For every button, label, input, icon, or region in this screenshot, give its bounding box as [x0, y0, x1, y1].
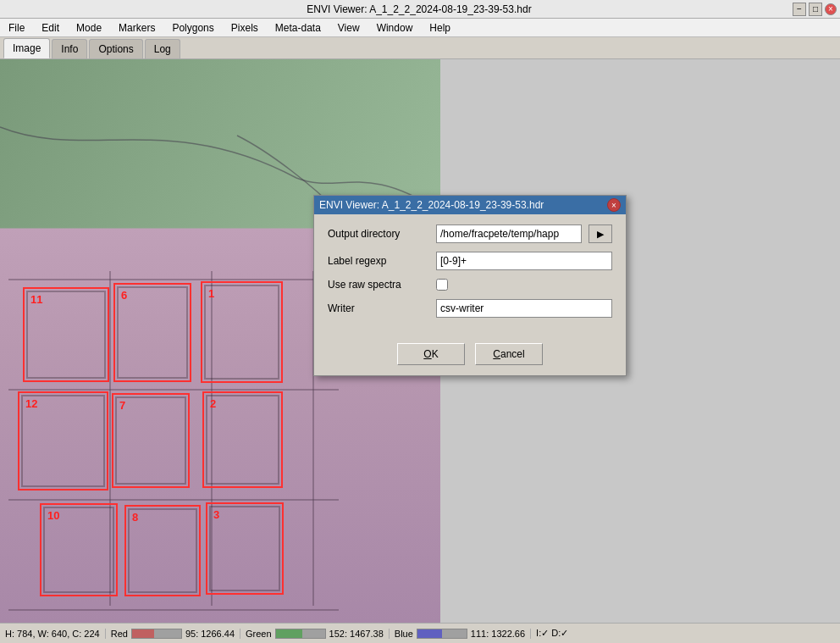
dialog-close-button[interactable]: × — [607, 198, 621, 212]
dialog-body: Output directory ▶ Label regexp Use raw … — [314, 214, 626, 336]
label-regexp-label: Label regexp — [328, 255, 429, 267]
use-raw-spectra-checkbox[interactable] — [436, 279, 448, 291]
output-dir-row: Output directory ▶ — [328, 224, 612, 243]
writer-row: Writer — [328, 299, 612, 318]
dialog-overlay: ENVI Viewer: A_1_2_2_2024-08-19_23-39-53… — [0, 0, 840, 643]
ok-button[interactable]: OK — [397, 343, 465, 365]
writer-input[interactable] — [436, 299, 612, 318]
label-regexp-input[interactable] — [436, 252, 612, 270]
dialog-title-text: ENVI Viewer: A_1_2_2_2024-08-19_23-39-53… — [319, 199, 544, 211]
cancel-button[interactable]: Cancel — [475, 343, 543, 365]
writer-label: Writer — [328, 302, 429, 314]
use-raw-spectra-label: Use raw spectra — [328, 279, 429, 291]
ok-label: OK — [423, 348, 438, 360]
dialog-title: ENVI Viewer: A_1_2_2_2024-08-19_23-39-53… — [314, 196, 626, 214]
use-raw-spectra-row: Use raw spectra — [328, 279, 612, 291]
dialog: ENVI Viewer: A_1_2_2_2024-08-19_23-39-53… — [313, 195, 627, 376]
output-dir-input[interactable] — [436, 224, 582, 243]
output-dir-label: Output directory — [328, 228, 429, 240]
label-regexp-row: Label regexp — [328, 252, 612, 270]
browse-button[interactable]: ▶ — [589, 224, 612, 243]
cancel-label: Cancel — [493, 348, 524, 360]
dialog-buttons: OK Cancel — [314, 336, 626, 375]
